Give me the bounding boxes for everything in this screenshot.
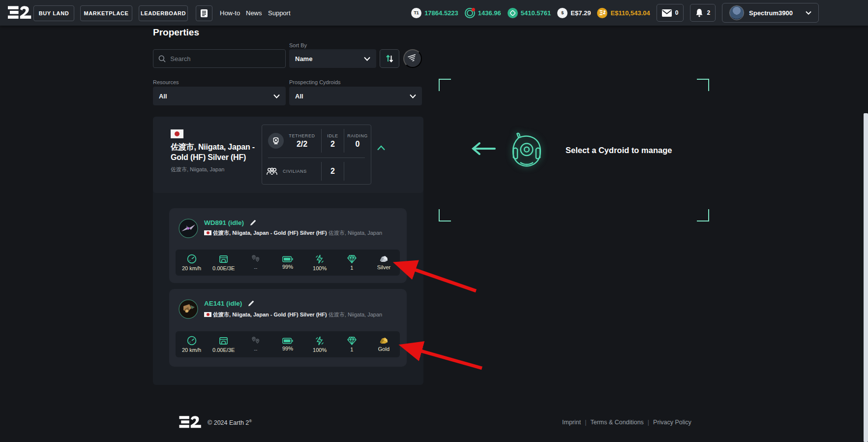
e2-credit-icon bbox=[597, 8, 607, 18]
stat-battery: 99% bbox=[282, 264, 293, 270]
location-bold: 佐渡市, Niigata, Japan - Gold (HF) Silver (… bbox=[213, 230, 327, 236]
chevron-down-icon bbox=[806, 11, 811, 15]
edit-pencil-icon[interactable] bbox=[250, 220, 256, 226]
stat-resource: Silver bbox=[377, 264, 391, 270]
resource-gold-icon bbox=[379, 337, 389, 345]
usd-balance[interactable]: $ E$7.29 bbox=[557, 8, 591, 18]
speedometer-icon bbox=[187, 336, 197, 346]
sort-by-label: Sort By bbox=[289, 42, 307, 48]
cydroid-avatar bbox=[179, 299, 198, 319]
cydroid-outline-icon bbox=[507, 131, 547, 171]
selection-bracket-bottom-right bbox=[697, 209, 709, 221]
selection-bracket-bottom-left bbox=[439, 209, 451, 221]
left-arrow-icon bbox=[471, 142, 496, 156]
nav-link-support[interactable]: Support bbox=[268, 0, 291, 26]
mail-icon bbox=[662, 9, 672, 17]
nav-link-how-to[interactable]: How-to bbox=[220, 0, 240, 26]
stat-energy: 0.00E/3E bbox=[212, 347, 235, 353]
civilians-value: 2 bbox=[330, 167, 335, 176]
stat-battery: 99% bbox=[282, 346, 293, 351]
edit-pencil-icon[interactable] bbox=[248, 300, 254, 307]
raiding-label: RAIDING bbox=[347, 133, 368, 138]
battery-icon bbox=[282, 338, 293, 344]
charger-icon bbox=[219, 254, 228, 264]
filter-button[interactable] bbox=[403, 49, 422, 68]
select-cydroid-message: Select a Cydroid to manage bbox=[566, 146, 672, 155]
prospecting-cydroids-label: Prospecting Cydroids bbox=[289, 79, 341, 85]
sort-direction-button[interactable] bbox=[380, 49, 399, 68]
cydroid-card-ae141[interactable]: AE141 (idle) 佐渡市, Niigata, Japan - Gold … bbox=[169, 289, 407, 367]
cydroid-card-wd891[interactable]: WD891 (idle) 佐渡市, Niigata, Japan - Gold … bbox=[169, 208, 407, 283]
footer-separator: | bbox=[585, 419, 586, 426]
copyright-text: © 2024 Earth 2® bbox=[208, 419, 252, 426]
stat-speed: 20 km/h bbox=[182, 265, 201, 271]
footer-link-imprint[interactable]: Imprint bbox=[562, 419, 581, 426]
resource-silver-icon bbox=[379, 255, 389, 263]
property-header[interactable]: 佐渡市, Niigata, Japan - Gold (HF) Silver (… bbox=[153, 117, 423, 193]
location-bold: 佐渡市, Niigata, Japan - Gold (HF) Silver (… bbox=[213, 312, 327, 317]
location-gray: 佐渡市, Niigata, Japan bbox=[329, 230, 382, 236]
pins-icon bbox=[251, 254, 260, 263]
footer-link-terms[interactable]: Terms & Conditions bbox=[590, 419, 643, 426]
resources-dropdown[interactable]: All bbox=[153, 87, 286, 105]
rings-balance[interactable]: 1436.96 bbox=[465, 8, 501, 18]
e2-credit-balance[interactable]: E$110,543.04 bbox=[597, 8, 650, 18]
power-icon bbox=[315, 254, 324, 264]
chevron-down-icon bbox=[273, 94, 280, 98]
cydroid-name: WD891 (idle) bbox=[204, 219, 244, 226]
page-scrollbar-thumb[interactable] bbox=[864, 113, 868, 442]
essence-balance-value: 5410.5761 bbox=[521, 9, 551, 17]
cydroid-name: AE141 (idle) bbox=[204, 300, 242, 307]
nav-link-news[interactable]: News bbox=[246, 0, 262, 26]
e2-logo-icon[interactable] bbox=[8, 5, 31, 21]
filter-lines-icon bbox=[407, 54, 418, 64]
property-group: 佐渡市, Niigata, Japan - Gold (HF) Silver (… bbox=[153, 117, 423, 385]
idle-value: 2 bbox=[330, 140, 335, 149]
power-icon bbox=[315, 336, 324, 346]
prospecting-cydroids-dropdown[interactable]: All bbox=[289, 87, 422, 105]
chevron-down-icon bbox=[364, 57, 370, 61]
gem-icon bbox=[347, 337, 357, 345]
leaderboard-button[interactable]: LEADERBOARD bbox=[139, 5, 188, 21]
property-subtitle: 佐渡市, Niigata, Japan bbox=[171, 166, 224, 173]
footer-link-privacy[interactable]: Privacy Policy bbox=[653, 419, 691, 426]
bell-icon bbox=[695, 8, 703, 17]
idle-label: IDLE bbox=[327, 133, 338, 138]
nav-right-cluster: T1 17864.5223 1436.96 5410.5761 $ E$7.29 bbox=[411, 0, 819, 26]
e2-credit-balance-value: E$110,543.04 bbox=[610, 9, 650, 17]
notifications-button[interactable]: 2 bbox=[690, 4, 716, 22]
collapse-chevron-icon[interactable] bbox=[377, 145, 386, 151]
stat-speed: 20 km/h bbox=[182, 347, 201, 353]
stat-gems: 1 bbox=[350, 347, 353, 352]
footer-separator: | bbox=[648, 419, 649, 426]
user-avatar bbox=[729, 5, 744, 20]
usd-token-icon: $ bbox=[557, 8, 568, 18]
mail-button[interactable]: 0 bbox=[657, 4, 684, 22]
top-nav: BUY LAND MARKETPLACE LEADERBOARD How-to … bbox=[0, 0, 868, 26]
stat-gems: 1 bbox=[350, 265, 353, 271]
search-box bbox=[153, 49, 286, 68]
username: Spectrum3900 bbox=[749, 9, 793, 17]
prospecting-value: All bbox=[295, 93, 303, 100]
news-doc-button[interactable] bbox=[196, 5, 212, 21]
stat-power: 100% bbox=[313, 347, 327, 353]
search-input[interactable] bbox=[170, 55, 280, 63]
t1-balance[interactable]: T1 17864.5223 bbox=[411, 8, 458, 18]
t1-token-icon: T1 bbox=[411, 8, 421, 18]
stat-power: 100% bbox=[313, 265, 327, 271]
pins-icon bbox=[251, 336, 260, 345]
buy-land-button[interactable]: BUY LAND bbox=[33, 5, 74, 21]
charger-icon bbox=[219, 336, 228, 346]
annotation-arrows bbox=[0, 0, 868, 442]
search-icon bbox=[158, 55, 166, 63]
profile-menu[interactable]: Spectrum3900 bbox=[722, 3, 819, 23]
sort-by-dropdown[interactable]: Name bbox=[289, 49, 376, 68]
property-title-line1: 佐渡市, Niigata, Japan - bbox=[171, 142, 255, 153]
cydroid-avatar bbox=[179, 219, 198, 238]
marketplace-button[interactable]: MARKETPLACE bbox=[80, 5, 132, 21]
location-gray: 佐渡市, Niigata, Japan bbox=[329, 312, 382, 317]
tethered-value: 2/2 bbox=[297, 140, 307, 149]
gem-icon bbox=[347, 255, 357, 263]
stat-energy: 0.00E/3E bbox=[212, 265, 235, 271]
essence-balance[interactable]: 5410.5761 bbox=[508, 8, 551, 18]
